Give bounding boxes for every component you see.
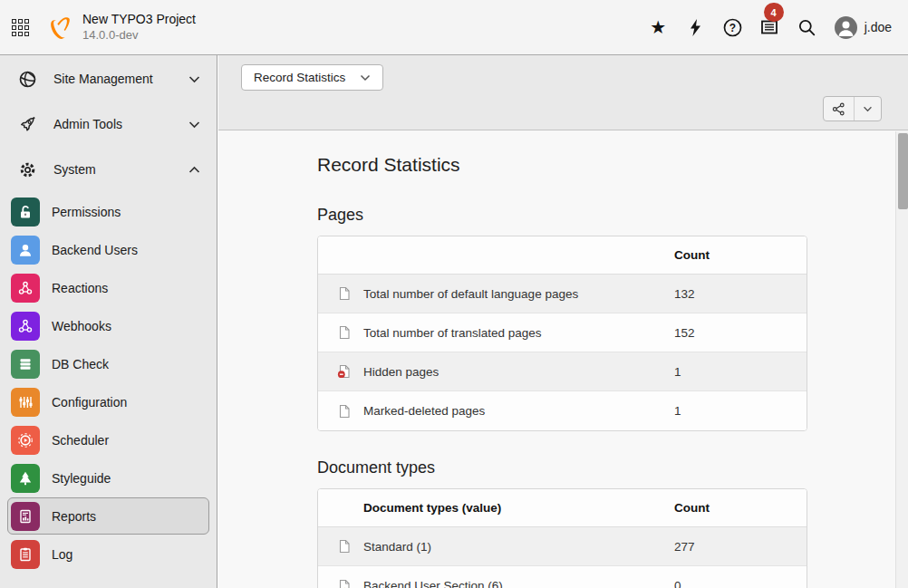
share-split-button xyxy=(823,96,882,121)
row-label: Total number of translated pages xyxy=(363,326,674,340)
help-button[interactable]: ? xyxy=(714,0,751,54)
table-row: Backend User Section (6) 0 xyxy=(318,566,807,588)
row-label: Backend User Section (6) xyxy=(363,579,674,588)
share-dropdown-toggle[interactable] xyxy=(855,97,881,120)
star-icon: ★ xyxy=(650,18,666,36)
log-icon xyxy=(11,540,40,569)
report-select-value: Record Statistics xyxy=(254,71,345,84)
section-label: Site Management xyxy=(53,72,153,86)
permissions-icon xyxy=(11,198,40,227)
section-heading-pages: Pages xyxy=(317,206,895,225)
row-count: 1 xyxy=(674,365,807,379)
table-row: Marked-deleted pages 1 xyxy=(318,391,807,430)
row-label: Total number of default language pages xyxy=(363,287,674,301)
module-menu: Site Management Admin Tools xyxy=(0,55,217,588)
module-reports[interactable]: Reports xyxy=(7,497,209,535)
user-menu-button[interactable]: j.doe xyxy=(826,0,895,54)
module-label: Permissions xyxy=(52,205,121,219)
module-log[interactable]: Log xyxy=(7,535,209,573)
share-button[interactable] xyxy=(824,97,854,120)
module-label: Log xyxy=(52,547,72,562)
clear-cache-button[interactable] xyxy=(677,0,714,54)
db-check-icon xyxy=(11,350,40,379)
table-header-row: Count xyxy=(318,236,807,275)
bookmarks-button[interactable]: ★ xyxy=(640,0,677,54)
chevron-down-icon xyxy=(863,106,873,112)
reactions-icon xyxy=(11,274,40,303)
table-row: Hidden pages 1 xyxy=(318,352,807,391)
module-backend-users[interactable]: Backend Users xyxy=(7,231,209,268)
row-count: 1 xyxy=(674,404,807,418)
search-button[interactable] xyxy=(788,0,826,54)
section-label: Admin Tools xyxy=(53,117,122,131)
row-count: 152 xyxy=(674,326,807,340)
module-label: Styleguide xyxy=(52,471,111,486)
section-site-management[interactable]: Site Management xyxy=(0,56,217,101)
typo3-version: 14.0.0-dev xyxy=(82,28,196,43)
pages-table: Count Total number of default language p… xyxy=(317,236,807,431)
module-label: DB Check xyxy=(52,357,109,371)
module-reactions[interactable]: Reactions xyxy=(7,269,209,306)
scheduler-icon xyxy=(11,426,40,455)
module-label: Webhooks xyxy=(52,319,111,333)
chevron-up-icon xyxy=(188,166,200,174)
content-scrollbar[interactable] xyxy=(895,131,908,588)
row-count: 0 xyxy=(674,579,807,588)
topbar-toolbar: ★ ? xyxy=(640,0,895,54)
page-icon xyxy=(318,286,363,301)
page-icon xyxy=(318,325,363,340)
doc-header: Record Statistics xyxy=(218,55,908,130)
section-admin-tools[interactable]: Admin Tools xyxy=(0,101,217,147)
section-system[interactable]: System xyxy=(0,147,217,192)
chevron-down-icon xyxy=(188,75,200,83)
backend-users-icon xyxy=(11,236,40,265)
scrollbar-thumb[interactable] xyxy=(898,133,908,209)
module-scheduler[interactable]: Scheduler xyxy=(7,421,209,458)
reports-icon xyxy=(11,502,40,531)
notification-badge: 4 xyxy=(764,3,784,22)
system-information-button[interactable]: 4 xyxy=(751,0,788,54)
svg-text:?: ? xyxy=(729,21,735,34)
table-row: Total number of translated pages 152 xyxy=(318,313,807,352)
row-count: 277 xyxy=(674,540,807,554)
gear-icon xyxy=(19,161,36,178)
webhooks-icon xyxy=(11,312,40,341)
chevron-down-icon xyxy=(188,120,200,129)
bolt-icon xyxy=(690,19,701,36)
typo3-logo-link[interactable]: New TYPO3 Project 14.0.0-dev xyxy=(47,12,196,43)
section-label: System xyxy=(53,162,96,177)
row-label: Marked-deleted pages xyxy=(363,404,674,418)
typo3-logo-icon xyxy=(47,15,72,40)
report-select-dropdown[interactable]: Record Statistics xyxy=(241,64,383,91)
row-label: Standard (1) xyxy=(363,540,674,554)
column-header-count: Count xyxy=(674,501,807,515)
section-heading-document-types: Document types xyxy=(317,458,895,477)
globe-icon xyxy=(19,71,36,88)
module-permissions[interactable]: Permissions xyxy=(7,193,209,230)
module-label: Backend Users xyxy=(52,243,138,257)
page-icon xyxy=(318,404,363,419)
rocket-icon xyxy=(19,116,36,133)
avatar xyxy=(835,16,857,39)
row-label: Hidden pages xyxy=(363,365,674,379)
username: j.doe xyxy=(865,20,892,34)
module-label: Configuration xyxy=(52,395,127,410)
table-row: Standard (1) 277 xyxy=(318,527,807,566)
chevron-down-icon xyxy=(360,74,371,82)
grid-icon xyxy=(12,19,29,36)
page-icon xyxy=(318,539,363,554)
module-label: Reactions xyxy=(52,281,108,295)
page-backend-section-icon xyxy=(318,579,363,588)
app-grid-button[interactable] xyxy=(0,0,40,54)
styleguide-icon xyxy=(11,464,40,493)
search-icon xyxy=(798,19,816,36)
module-webhooks[interactable]: Webhooks xyxy=(7,307,209,344)
module-configuration[interactable]: Configuration xyxy=(7,383,209,420)
module-db-check[interactable]: DB Check xyxy=(7,345,209,382)
report-content: Record Statistics Pages Count Total numb… xyxy=(218,131,895,588)
module-styleguide[interactable]: Styleguide xyxy=(7,459,209,496)
configuration-icon xyxy=(11,388,40,417)
topbar: New TYPO3 Project 14.0.0-dev ★ ? xyxy=(0,0,908,55)
module-body: Record Statistics xyxy=(218,55,908,588)
page-hidden-icon xyxy=(318,364,363,379)
